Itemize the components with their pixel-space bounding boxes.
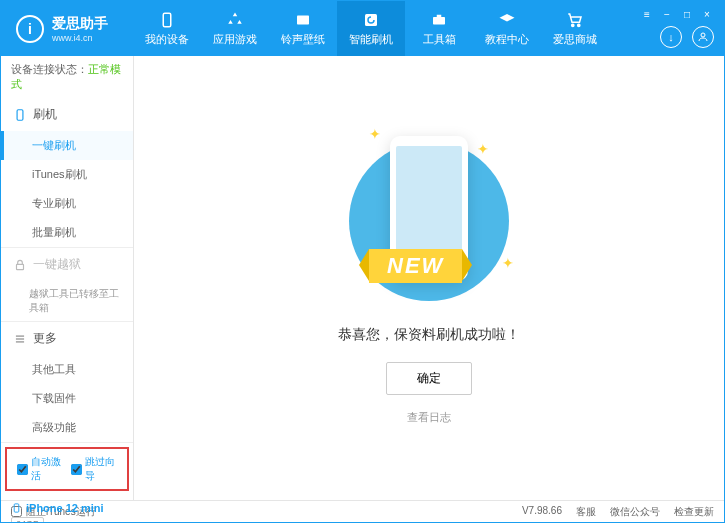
nav-tabs: 我的设备 应用游戏 铃声壁纸 智能刷机 工具箱 教程中心 爱思商城	[133, 1, 609, 56]
tab-toolbox[interactable]: 工具箱	[405, 1, 473, 56]
refresh-icon	[362, 11, 380, 29]
header: i 爱思助手 www.i4.cn 我的设备 应用游戏 铃声壁纸 智能刷机 工具箱…	[1, 1, 724, 56]
tab-tutorials[interactable]: 教程中心	[473, 1, 541, 56]
sidebar-section-more[interactable]: 更多	[1, 322, 133, 355]
svg-rect-1	[297, 15, 309, 24]
app-url: www.i4.cn	[52, 33, 108, 43]
tab-ringtones[interactable]: 铃声壁纸	[269, 1, 337, 56]
svg-rect-3	[433, 17, 445, 25]
auto-activate-checkbox[interactable]: 自动激活	[17, 455, 63, 483]
svg-point-6	[578, 24, 580, 26]
user-icon[interactable]	[692, 26, 714, 48]
tab-apps[interactable]: 应用游戏	[201, 1, 269, 56]
storage-badge: 64GB	[11, 517, 44, 523]
device-icon	[11, 501, 22, 515]
svg-rect-2	[365, 14, 377, 26]
svg-rect-0	[163, 13, 171, 27]
sidebar-section-jailbreak[interactable]: 一键越狱	[1, 248, 133, 281]
svg-rect-4	[437, 14, 442, 16]
version-label: V7.98.66	[522, 505, 562, 519]
skip-guide-checkbox[interactable]: 跳过向导	[71, 455, 117, 483]
view-log-link[interactable]: 查看日志	[407, 410, 451, 425]
sidebar-item-pro[interactable]: 专业刷机	[1, 189, 133, 218]
main-content: ✦✦✦ NEW 恭喜您，保资料刷机成功啦！ 确定 查看日志	[134, 56, 724, 500]
phone-icon	[13, 108, 27, 122]
close-icon[interactable]: ×	[700, 7, 714, 21]
update-link[interactable]: 检查更新	[674, 505, 714, 519]
maximize-icon[interactable]: □	[680, 7, 694, 21]
cart-icon	[566, 11, 584, 29]
sidebar-item-firmware[interactable]: 下载固件	[1, 384, 133, 413]
graduation-icon	[498, 11, 516, 29]
sidebar-section-flash[interactable]: 刷机	[1, 98, 133, 131]
toolbox-icon	[430, 11, 448, 29]
tab-flash[interactable]: 智能刷机	[337, 1, 405, 56]
ok-button[interactable]: 确定	[386, 362, 472, 395]
download-icon[interactable]: ↓	[660, 26, 682, 48]
svg-point-5	[572, 24, 574, 26]
tab-my-device[interactable]: 我的设备	[133, 1, 201, 56]
sidebar-item-other[interactable]: 其他工具	[1, 355, 133, 384]
sidebar-item-batch[interactable]: 批量刷机	[1, 218, 133, 247]
tab-store[interactable]: 爱思商城	[541, 1, 609, 56]
lock-icon	[13, 258, 27, 272]
success-illustration: ✦✦✦ NEW	[349, 131, 509, 311]
list-icon	[13, 332, 27, 346]
options-row: 自动激活 跳过向导	[5, 447, 129, 491]
svg-rect-9	[17, 264, 24, 269]
logo-area: i 爱思助手 www.i4.cn	[1, 15, 123, 43]
sidebar-item-oneclick[interactable]: 一键刷机	[1, 131, 133, 160]
svg-point-7	[701, 33, 705, 37]
device-info[interactable]: iPhone 12 mini 64GB Down-12mini-13,1	[1, 495, 133, 523]
phone-icon	[158, 11, 176, 29]
svg-rect-8	[17, 109, 23, 120]
logo-icon: i	[16, 15, 44, 43]
folder-icon	[294, 11, 312, 29]
connection-status: 设备连接状态：正常模式	[1, 56, 133, 98]
minimize-icon[interactable]: −	[660, 7, 674, 21]
success-message: 恭喜您，保资料刷机成功啦！	[338, 326, 520, 344]
wechat-link[interactable]: 微信公众号	[610, 505, 660, 519]
apps-icon	[226, 11, 244, 29]
sidebar: 设备连接状态：正常模式 刷机 一键刷机 iTunes刷机 专业刷机 批量刷机 一…	[1, 56, 134, 500]
sidebar-item-itunes[interactable]: iTunes刷机	[1, 160, 133, 189]
app-name: 爱思助手	[52, 15, 108, 33]
sidebar-item-advanced[interactable]: 高级功能	[1, 413, 133, 442]
menu-icon[interactable]: ≡	[640, 7, 654, 21]
new-badge: NEW	[369, 249, 462, 283]
service-link[interactable]: 客服	[576, 505, 596, 519]
window-controls: ≡ − □ ×	[640, 7, 714, 21]
svg-rect-13	[14, 504, 19, 512]
jailbreak-note: 越狱工具已转移至工具箱	[1, 281, 133, 321]
